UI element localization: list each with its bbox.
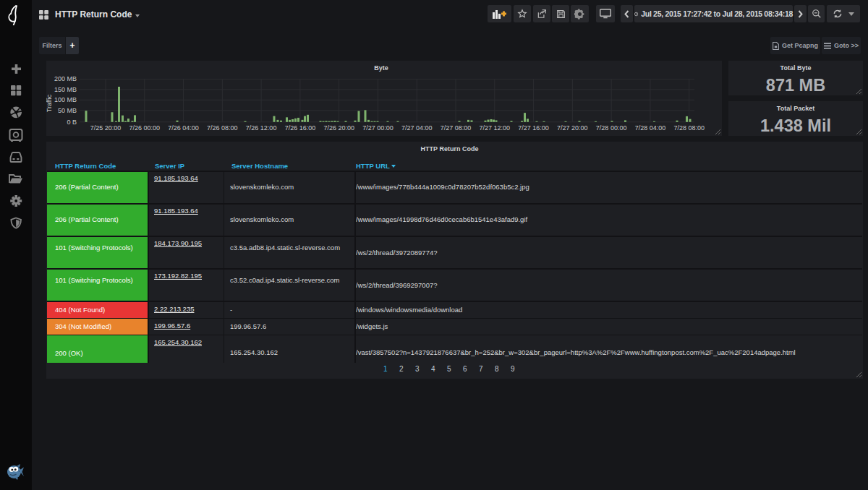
svg-text:0 B: 0 B (67, 119, 77, 126)
svg-text:Traffic: Traffic (46, 94, 53, 112)
svg-text:7/27 04:00: 7/27 04:00 (401, 124, 433, 132)
svg-text:7/25 20:00: 7/25 20:00 (90, 124, 122, 132)
svg-text:7/26 20:00: 7/26 20:00 (323, 124, 354, 132)
svg-text:50 MB: 50 MB (58, 107, 77, 114)
svg-text:7/28 04:00: 7/28 04:00 (635, 124, 666, 132)
svg-text:7/26 00:00: 7/26 00:00 (129, 124, 161, 132)
svg-text:7/26 16:00: 7/26 16:00 (285, 124, 316, 132)
svg-text:7/27 12:00: 7/27 12:00 (480, 124, 511, 132)
svg-text:7/26 04:00: 7/26 04:00 (168, 124, 199, 132)
svg-text:200 MB: 200 MB (54, 75, 77, 82)
svg-text:7/27 20:00: 7/27 20:00 (557, 124, 588, 132)
svg-text:150 MB: 150 MB (54, 86, 77, 93)
svg-text:7/27 00:00: 7/27 00:00 (362, 124, 393, 132)
svg-text:7/26 12:00: 7/26 12:00 (246, 124, 277, 132)
svg-text:7/26 08:00: 7/26 08:00 (207, 124, 238, 132)
svg-text:7/27 08:00: 7/27 08:00 (441, 124, 472, 132)
svg-text:7/27 16:00: 7/27 16:00 (518, 124, 549, 132)
svg-text:100 MB: 100 MB (54, 96, 77, 103)
svg-text:7/28 08:00: 7/28 08:00 (673, 124, 705, 132)
svg-text:7/28 00:00: 7/28 00:00 (596, 124, 627, 132)
